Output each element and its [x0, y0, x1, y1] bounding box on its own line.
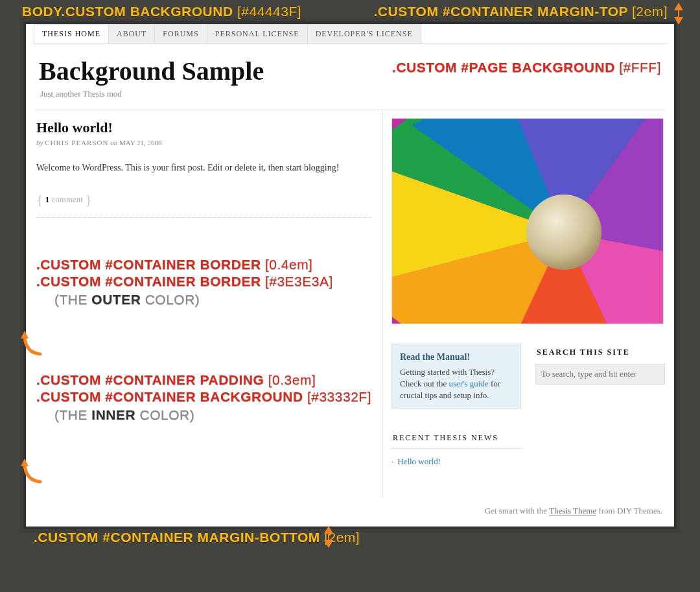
notice-box: Read the Manual! Getting started with Th…: [391, 344, 521, 408]
tagline: Just another Thesis mod: [40, 89, 264, 99]
search-input[interactable]: [535, 364, 665, 385]
pinwheel-image: [391, 118, 664, 324]
annotation-page-bg: .CUSTOM #PAGE BACKGROUND [#FFF]: [392, 60, 661, 75]
container: THESIS HOMEABOUTFORUMSPERSONAL LICENSEDE…: [20, 18, 680, 532]
annotation-outer-note: (THE OUTER COLOR): [54, 292, 371, 307]
sidebar-col-left: Read the Manual! Getting started with Th…: [391, 344, 521, 469]
columns: Hello world! by CHRIS PEARSON on MAY 21,…: [35, 110, 665, 498]
page: THESIS HOMEABOUTFORUMSPERSONAL LICENSEDE…: [26, 24, 674, 527]
sidebar-columns: Read the Manual! Getting started with Th…: [391, 344, 665, 469]
header: Background Sample Just another Thesis mo…: [35, 44, 665, 110]
notice-title: Read the Manual!: [400, 351, 513, 364]
footer: Get smart with the Thesis Theme from DIY…: [35, 498, 665, 520]
nav-tab[interactable]: FORUMS: [154, 24, 207, 43]
annotation-margin-top: .CUSTOM #CONTAINER MARGIN-TOP [2em]: [373, 4, 668, 19]
logo: Background Sample Just another Thesis mo…: [39, 56, 264, 99]
nav-tab[interactable]: DEVELOPER'S LICENSE: [307, 24, 421, 43]
site-title[interactable]: Background Sample: [39, 56, 264, 86]
nav-tab[interactable]: THESIS HOME: [34, 24, 109, 43]
post-author[interactable]: CHRIS PEARSON: [45, 139, 108, 147]
recent-news-title: RECENT THESIS NEWS: [391, 428, 521, 449]
annotation-block-border: .CUSTOM #CONTAINER BORDER [0.4em] .CUSTO…: [36, 257, 371, 307]
nav-tabs: THESIS HOMEABOUTFORUMSPERSONAL LICENSEDE…: [34, 24, 666, 44]
nav-tab-link[interactable]: PERSONAL LICENSE: [207, 25, 307, 43]
recent-list: ·Hello world!: [391, 454, 521, 469]
annotation-body-bg: BODY.CUSTOM BACKGROUND [#44443F]: [22, 4, 301, 19]
sidebar: Read the Manual! Getting started with Th…: [382, 110, 665, 498]
nav-tab[interactable]: ABOUT: [108, 24, 155, 43]
post-date: MAY 21, 2008: [119, 139, 162, 147]
annotation-inner-note: (THE INNER COLOR): [54, 407, 371, 423]
sidebar-col-right: SEARCH THIS SITE: [535, 344, 665, 469]
post-title[interactable]: Hello world!: [36, 119, 371, 136]
nav-tab[interactable]: PERSONAL LICENSE: [207, 24, 308, 43]
nav-tab-link[interactable]: THESIS HOME: [34, 25, 108, 43]
content-column: Hello world! by CHRIS PEARSON on MAY 21,…: [35, 110, 382, 498]
brace-icon: {: [36, 191, 43, 207]
nav-tab-link[interactable]: ABOUT: [109, 25, 154, 43]
recent-item[interactable]: ·Hello world!: [391, 454, 521, 469]
annotation-block-padding: .CUSTOM #CONTAINER PADDING [0.3em] .CUST…: [36, 372, 371, 423]
post: Hello world! by CHRIS PEARSON on MAY 21,…: [36, 119, 371, 218]
search-title: SEARCH THIS SITE: [537, 348, 665, 357]
brace-icon: }: [85, 191, 92, 207]
thesis-theme-link[interactable]: Thesis Theme: [549, 506, 596, 516]
nav-tab-link[interactable]: FORUMS: [155, 25, 206, 43]
nav-tab-link[interactable]: DEVELOPER'S LICENSE: [308, 25, 421, 43]
users-guide-link[interactable]: user's guide: [449, 379, 488, 388]
svg-point-9: [526, 195, 601, 270]
post-comments[interactable]: { 1 comment }: [36, 191, 371, 218]
post-body: Welcome to WordPress. This is your first…: [36, 161, 371, 174]
post-byline: by CHRIS PEARSON on MAY 21, 2008: [36, 139, 371, 147]
